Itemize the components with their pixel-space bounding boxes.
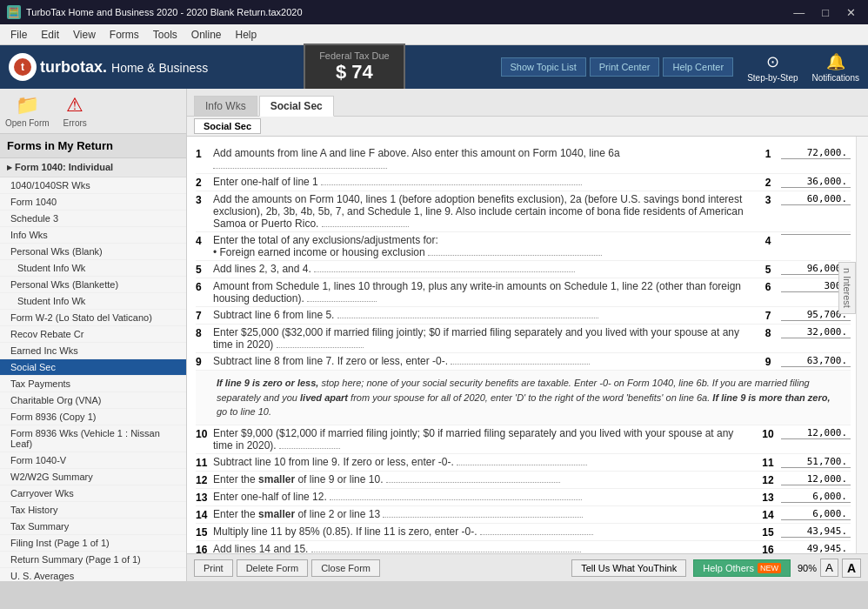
form-line-6: 6 Amount from Schedule 1, lines 10 throu… — [196, 278, 851, 307]
delete-form-button[interactable]: Delete Form — [237, 559, 309, 577]
form-scroll-area: 1 Add amounts from line A and line F abo… — [187, 137, 868, 553]
form-item-1040sr[interactable]: 1040/1040SR Wks — [0, 177, 186, 194]
form-content[interactable]: 1 Add amounts from line A and line F abo… — [187, 137, 868, 553]
form-item-personalwks-blankette[interactable]: Personal Wks (Blankette) — [0, 277, 186, 293]
left-panel: 📁 Open Form ⚠ Errors Forms in My Return … — [0, 89, 187, 581]
form-item-carryover[interactable]: Carryover Wks — [0, 485, 186, 502]
help-others-button[interactable]: Help Others NEW — [693, 559, 791, 577]
tax-due-label: Federal Tax Due — [319, 50, 390, 61]
step-icon: ⊙ — [766, 52, 779, 71]
form-item-return-summary[interactable]: Return Summary (Page 1 of 1) — [0, 552, 186, 568]
form-item-infowks[interactable]: Info Wks — [0, 227, 186, 244]
right-panel-hint: n Interest — [838, 262, 856, 314]
step-label: Step-by-Step — [747, 73, 798, 83]
toolbar-right: Show Topic List Print Center Help Center… — [501, 52, 859, 83]
tax-due-amount: $ 74 — [319, 61, 390, 84]
form-line-15: 15 Multiply line 11 by 85% (0.85). If li… — [196, 524, 851, 541]
form-line-14: 14 Enter the smaller of line 2 or line 1… — [196, 506, 851, 524]
form-line-9: 9 Subtract line 8 from line 7. If zero o… — [196, 353, 851, 371]
form-line-3: 3 Add the amounts on Form 1040, lines 1 … — [196, 191, 851, 232]
print-center-button[interactable]: Print Center — [590, 57, 660, 77]
main-toolbar: t turbotax. Home & Business Federal Tax … — [0, 45, 868, 89]
form-line-8: 8 Enter $25,000 ($32,000 if married fili… — [196, 325, 851, 353]
notifications-button[interactable]: 🔔 Notifications — [812, 52, 859, 83]
form-item-8936-copy1[interactable]: Form 8936 (Copy 1) — [0, 409, 186, 425]
form-item-1040v[interactable]: Form 1040-V — [0, 452, 186, 469]
form-item-tax-history[interactable]: Tax History — [0, 502, 186, 519]
step-by-step-button[interactable]: ⊙ Step-by-Step — [747, 52, 798, 83]
zoom-controls: 90% A A — [798, 559, 861, 578]
help-center-button[interactable]: Help Center — [663, 57, 733, 77]
title-bar: 🧮 TurboTax Home and Business 2020 - 2020… — [0, 0, 868, 24]
menu-forms[interactable]: Forms — [103, 27, 146, 43]
close-button[interactable]: ✕ — [841, 4, 861, 21]
scrollbar[interactable] — [856, 137, 868, 553]
form-line-12: 12 Enter the smaller of line 9 or line 1… — [196, 472, 851, 489]
close-form-button[interactable]: Close Form — [311, 559, 380, 577]
form-item-us-averages[interactable]: U. S. Averages — [0, 568, 186, 581]
zoom-level: 90% — [798, 563, 817, 573]
form-line-7: 7 Subtract line 6 from line 5. 7 95,700. — [196, 307, 851, 325]
minimize-button[interactable]: — — [788, 4, 810, 21]
form-item-earned-inc[interactable]: Earned Inc Wks — [0, 343, 186, 359]
tab-social-sec[interactable]: Social Sec — [259, 96, 334, 117]
bottom-buttons: Print Delete Form Close Form — [194, 559, 380, 577]
app-icon: 🧮 — [7, 5, 21, 19]
form-line-10: 10 Enter $9,000 ($12,000 if married fili… — [196, 425, 851, 454]
bottom-bar: Print Delete Form Close Form Tell Us Wha… — [187, 553, 868, 581]
form-line-5: 5 Add lines 2, 3, and 4. 5 96,000. — [196, 261, 851, 278]
print-button[interactable]: Print — [194, 559, 233, 577]
zoom-a-small[interactable]: A — [820, 559, 838, 577]
form-line-4: 4 Enter the total of any exclusions/adju… — [196, 232, 851, 261]
form-item-social-sec[interactable]: Social Sec — [0, 359, 186, 376]
tt-brand: turbotax. Home & Business — [40, 58, 208, 77]
form-line-16: 16 Add lines 14 and 15. 16 49,945. — [196, 541, 851, 554]
form-instruction-block: If line 9 is zero or less, stop here; no… — [196, 371, 851, 425]
menu-help[interactable]: Help — [229, 27, 264, 43]
errors-button[interactable]: ⚠ Errors — [63, 94, 87, 128]
form-item-w2g[interactable]: W2/W2G Summary — [0, 469, 186, 485]
bottom-right: Tell Us What YouThink Help Others NEW 90… — [571, 559, 861, 578]
menu-edit[interactable]: Edit — [34, 27, 66, 43]
subtab-social-sec[interactable]: Social Sec — [194, 118, 261, 134]
form-line-11: 11 Subtract line 10 from line 9. If zero… — [196, 454, 851, 472]
form-item-charitable[interactable]: Charitable Org (VNA) — [0, 392, 186, 409]
new-badge: NEW — [758, 563, 781, 573]
bell-icon: 🔔 — [826, 52, 845, 71]
main-layout: 📁 Open Form ⚠ Errors Forms in My Return … — [0, 89, 868, 581]
form-section-1040[interactable]: ▸ Form 1040: Individual — [0, 158, 186, 177]
form-item-tax-summary[interactable]: Tax Summary — [0, 519, 186, 535]
title-bar-controls[interactable]: — □ ✕ — [788, 4, 861, 21]
tab-info-wks[interactable]: Info Wks — [194, 96, 257, 116]
menu-tools[interactable]: Tools — [146, 27, 184, 43]
form-item-student-info-1[interactable]: Student Info Wk — [0, 260, 186, 277]
feedback-button[interactable]: Tell Us What YouThink — [571, 559, 686, 577]
tax-due-panel: Federal Tax Due $ 74 — [304, 44, 405, 90]
maximize-button[interactable]: □ — [817, 4, 834, 21]
svg-text:t: t — [21, 61, 24, 73]
menu-online[interactable]: Online — [184, 27, 229, 43]
form-item-personalwks-blank[interactable]: Personal Wks (Blank) — [0, 244, 186, 260]
open-form-label: Open Form — [5, 118, 50, 128]
form-item-1040[interactable]: Form 1040 — [0, 194, 186, 211]
form-line-1: 1 Add amounts from line A and line F abo… — [196, 145, 851, 174]
zoom-a-large[interactable]: A — [842, 559, 861, 578]
menu-bar: File Edit View Forms Tools Online Help — [0, 24, 868, 45]
toolbar-nav: Show Topic List Print Center Help Center — [501, 57, 734, 77]
form-item-w2[interactable]: Form W-2 (Lo Stato del Vaticano) — [0, 310, 186, 326]
form-item-filing-inst[interactable]: Filing Inst (Page 1 of 1) — [0, 535, 186, 552]
form-item-tax-payments[interactable]: Tax Payments — [0, 376, 186, 392]
show-topic-list-button[interactable]: Show Topic List — [501, 57, 586, 77]
menu-view[interactable]: View — [66, 27, 103, 43]
form-item-8936-wks[interactable]: Form 8936 Wks (Vehicle 1 : Nissan Leaf) — [0, 425, 186, 452]
notif-label: Notifications — [812, 73, 859, 83]
menu-file[interactable]: File — [3, 27, 34, 43]
form-item-recov-rebate[interactable]: Recov Rebate Cr — [0, 326, 186, 343]
form-item-schedule3[interactable]: Schedule 3 — [0, 211, 186, 227]
tt-icon: t — [9, 53, 37, 81]
main-tabs: Info Wks Social Sec — [187, 89, 868, 117]
turbotax-logo: t turbotax. Home & Business — [9, 53, 208, 81]
open-form-button[interactable]: 📁 Open Form — [5, 94, 50, 128]
form-item-student-info-2[interactable]: Student Info Wk — [0, 293, 186, 310]
sub-tabs: Social Sec — [187, 117, 868, 137]
